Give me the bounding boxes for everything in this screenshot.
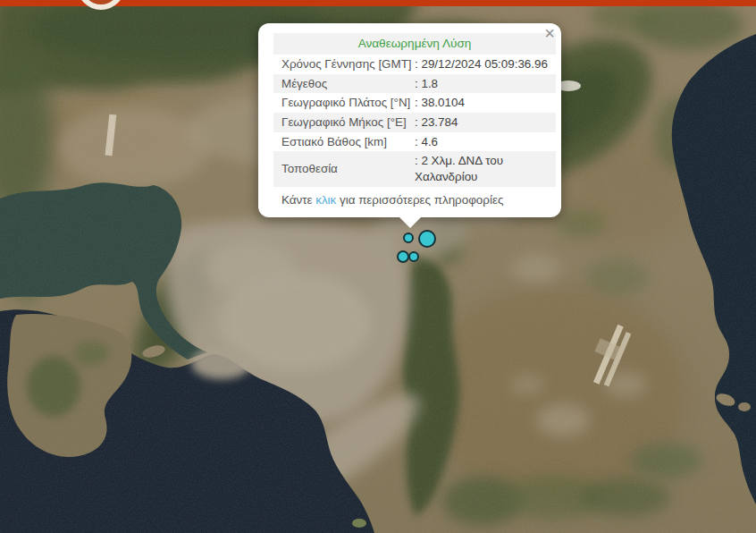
popup-title-row: Αναθεωρημένη Λύση bbox=[273, 33, 556, 55]
earthquake-marker[interactable] bbox=[403, 233, 414, 243]
earthquake-marker[interactable] bbox=[418, 230, 436, 248]
table-row-origin-time: Χρόνος Γέννησης [GMT] : 29/12/2024 05:09… bbox=[273, 55, 556, 74]
popup-footer: Κάντε κλικ για περισσότερες πληροφορίες bbox=[281, 193, 557, 207]
row-value: : 29/12/2024 05:09:36.96 bbox=[414, 55, 556, 74]
row-value: : 1.8 bbox=[414, 74, 556, 94]
table-row-magnitude: Μέγεθος : 1.8 bbox=[273, 74, 556, 94]
close-icon[interactable]: × bbox=[544, 24, 555, 42]
earthquake-details-table: Αναθεωρημένη Λύση Χρόνος Γέννησης [GMT] … bbox=[273, 33, 556, 187]
table-row-location: Τοποθεσία : 2 Χλμ. ΔΝΔ του Χαλανδρίου bbox=[273, 151, 556, 186]
table-row-depth: Εστιακό Βάθος [km] : 4.6 bbox=[273, 132, 556, 152]
table-row-latitude: Γεωγραφικό Πλάτος [°N] : 38.0104 bbox=[273, 93, 556, 113]
site-header-bar bbox=[0, 0, 756, 6]
row-value: : 2 Χλμ. ΔΝΔ του Χαλανδρίου bbox=[414, 151, 556, 186]
earthquake-marker[interactable] bbox=[397, 250, 409, 263]
earthquake-marker[interactable] bbox=[408, 251, 419, 262]
earthquake-popup: × Αναθεωρημένη Λύση Χρόνος Γέννησης [GMT… bbox=[258, 23, 561, 217]
table-row-longitude: Γεωγραφικό Μήκος [°E] : 23.784 bbox=[273, 113, 556, 132]
footer-text-post: για περισσότερες πληροφορίες bbox=[340, 193, 503, 207]
footer-text-pre: Κάντε bbox=[281, 193, 312, 207]
popup-title: Αναθεωρημένη Λύση bbox=[273, 33, 556, 55]
row-label: Γεωγραφικό Μήκος [°E] bbox=[273, 113, 414, 132]
row-value: : 38.0104 bbox=[414, 93, 556, 113]
row-label: Χρόνος Γέννησης [GMT] bbox=[273, 55, 414, 74]
row-label: Τοποθεσία bbox=[273, 151, 414, 186]
more-info-link[interactable]: κλικ bbox=[315, 193, 336, 207]
row-label: Εστιακό Βάθος [km] bbox=[273, 132, 414, 152]
row-value: : 4.6 bbox=[414, 132, 556, 152]
row-label: Μέγεθος bbox=[273, 74, 414, 94]
row-label: Γεωγραφικό Πλάτος [°N] bbox=[273, 93, 414, 113]
app-window: × Αναθεωρημένη Λύση Χρόνος Γέννησης [GMT… bbox=[0, 0, 756, 533]
row-value: : 23.784 bbox=[414, 113, 556, 132]
